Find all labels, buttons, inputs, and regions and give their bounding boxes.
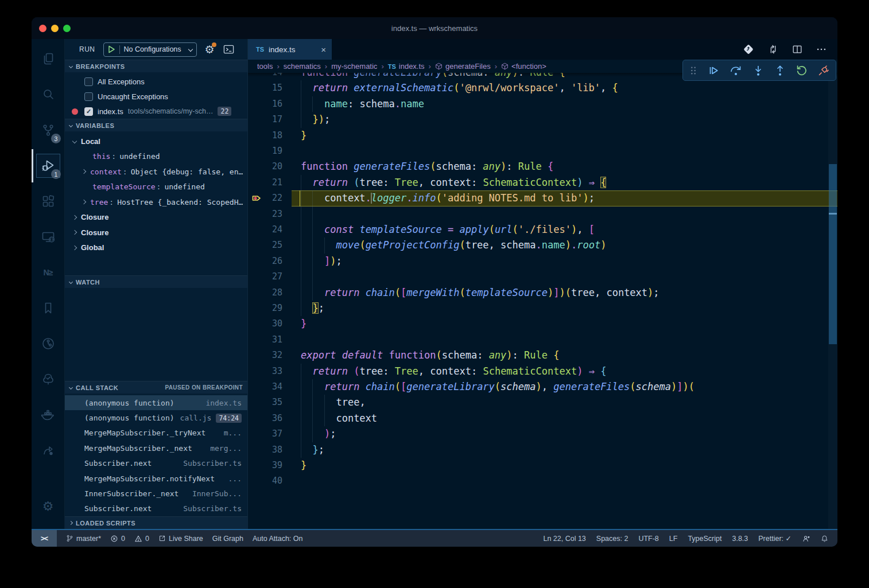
line-number[interactable]: 39	[248, 458, 282, 473]
breadcrumb-item--function-[interactable]: <function>	[501, 62, 546, 71]
breakpoints-section-header[interactable]: BREAKPOINTS	[65, 60, 247, 72]
code-line-29[interactable]: 29 };	[248, 301, 837, 316]
statusbar-ts-version[interactable]: 3.8.3	[732, 535, 748, 543]
remote-indicator[interactable]: ><	[32, 530, 57, 547]
statusbar-auto-attach[interactable]: Auto Attach: On	[253, 535, 303, 543]
variable-row[interactable]: tree:HostTree {_backend: ScopedH…	[65, 194, 247, 210]
statusbar-git-branch[interactable]: master*	[66, 535, 101, 543]
callstack-section-header[interactable]: CALL STACK PAUSED ON BREAKPOINT	[65, 381, 247, 394]
variable-row[interactable]: Local	[65, 134, 247, 149]
editor-scrollbar[interactable]	[828, 73, 837, 529]
statusbar-errors[interactable]: 0	[110, 535, 125, 543]
titlebar[interactable]: index.ts — wrkschematics	[32, 17, 837, 39]
statusbar-encoding[interactable]: UTF-8	[638, 535, 658, 543]
code-line-32[interactable]: 32export default function(schema: any): …	[248, 348, 837, 363]
callstack-frame[interactable]: MergeMapSubscriber.notifyNext...	[65, 471, 247, 486]
line-number[interactable]: 38	[248, 442, 282, 458]
disconnect-button[interactable]	[817, 64, 830, 77]
activity-item-gitlens[interactable]	[32, 326, 64, 361]
code-line-24[interactable]: 24 const templateSource = apply(url('./f…	[248, 222, 837, 237]
variable-row[interactable]: this:undefined	[65, 149, 247, 165]
code-line-19[interactable]: 19	[248, 143, 837, 159]
line-number[interactable]: 33	[248, 364, 282, 379]
callstack-frame[interactable]: Subscriber.nextSubscriber.ts	[65, 501, 247, 516]
statusbar-warnings[interactable]: 0	[134, 535, 149, 543]
checkbox[interactable]: ✓	[84, 107, 93, 116]
statusbar-feedback[interactable]	[802, 535, 810, 543]
statusbar-live-share[interactable]: Live Share	[158, 535, 203, 543]
line-number[interactable]: 34	[248, 379, 282, 395]
step-out-button[interactable]	[774, 64, 786, 77]
code-line-39[interactable]: 39}	[248, 458, 837, 473]
code-line-16[interactable]: 16 name: schema.name	[248, 96, 837, 112]
code-line-31[interactable]: 31	[248, 332, 837, 348]
line-number[interactable]: 17	[248, 112, 282, 127]
activity-item-testing[interactable]	[32, 361, 64, 397]
statusbar-git-graph[interactable]: Git Graph	[212, 535, 243, 543]
code-line-34[interactable]: 34 return chain([generateLibrary(schema)…	[248, 379, 837, 395]
close-tab-icon[interactable]: ×	[321, 45, 326, 54]
line-number[interactable]: 16	[248, 96, 282, 112]
zoom-button[interactable]	[63, 25, 71, 32]
compare-icon[interactable]	[767, 44, 779, 55]
line-number[interactable]: 23	[248, 207, 282, 222]
line-number[interactable]: 28	[248, 285, 282, 301]
statusbar-language-mode[interactable]: TypeScript	[688, 535, 721, 543]
line-number[interactable]: 15	[248, 80, 282, 96]
split-editor-icon[interactable]	[792, 44, 803, 55]
code-line-30[interactable]: 30}	[248, 316, 837, 332]
minimize-button[interactable]	[51, 25, 59, 32]
activity-item-remote-explorer[interactable]	[32, 219, 64, 255]
activity-item-docker[interactable]	[32, 397, 64, 433]
line-number[interactable]: 37	[248, 426, 282, 442]
step-into-button[interactable]	[752, 64, 765, 77]
callstack-frame[interactable]: MergeMapSubscriber._nextmerg...	[65, 441, 247, 455]
line-number[interactable]: 14	[248, 73, 282, 80]
code-editor[interactable]: 14function generateLibrary(schema: any):…	[248, 73, 837, 529]
activity-item-share[interactable]	[32, 433, 64, 468]
code-line-26[interactable]: 26 ]);	[248, 254, 837, 269]
code-line-25[interactable]: 25 move(getProjectConfig(tree, schema.na…	[248, 237, 837, 253]
activity-item-search[interactable]	[32, 77, 64, 112]
variable-row[interactable]: templateSource:undefined	[65, 180, 247, 195]
current-breakpoint-icon[interactable]	[251, 193, 262, 204]
restart-button[interactable]	[796, 64, 808, 77]
variable-row[interactable]: Global	[65, 240, 247, 256]
line-number[interactable]: 29	[248, 301, 282, 316]
statusbar-eol[interactable]: LF	[669, 535, 678, 543]
code-line-27[interactable]: 27	[248, 269, 837, 285]
code-line-40[interactable]: 40	[248, 473, 837, 489]
breadcrumb-item-generatefiles[interactable]: generateFiles	[435, 62, 491, 71]
activity-item-source-control[interactable]: 3	[32, 112, 64, 148]
statusbar-notifications[interactable]	[821, 535, 828, 543]
code-line-36[interactable]: 36 context	[248, 411, 837, 426]
breadcrumb-item-tools[interactable]: tools	[257, 62, 273, 71]
line-number[interactable]: 32	[248, 348, 282, 363]
code-line-37[interactable]: 37 );	[248, 426, 837, 442]
line-number[interactable]: 18	[248, 128, 282, 143]
variable-row[interactable]: Closure	[65, 210, 247, 225]
line-number[interactable]: 21	[248, 175, 282, 190]
launch-configuration-dropdown[interactable]: No Configurations	[103, 42, 197, 57]
line-number[interactable]: 31	[248, 332, 282, 348]
close-button[interactable]	[39, 25, 46, 32]
line-number[interactable]: 40	[248, 473, 282, 489]
callstack-frame[interactable]: Subscriber.nextSubscriber.ts	[65, 456, 247, 471]
code-line-33[interactable]: 33 return (tree: Tree, context: Schemati…	[248, 364, 837, 379]
open-debug-console-button[interactable]	[223, 44, 235, 55]
statusbar-indentation[interactable]: Spaces: 2	[596, 535, 629, 543]
breadcrumb-item-my-schematic[interactable]: my-schematic	[331, 62, 377, 71]
activity-item-bookmarks[interactable]	[32, 290, 64, 326]
statusbar-prettier[interactable]: Prettier: ✓	[758, 534, 792, 543]
line-number[interactable]: 26	[248, 254, 282, 269]
breadcrumb-item-index-ts[interactable]: TSindex.ts	[388, 62, 425, 71]
checkbox[interactable]	[84, 92, 93, 101]
scrollbar-slider[interactable]	[829, 164, 837, 344]
line-number[interactable]: 27	[248, 269, 282, 285]
code-line-18[interactable]: 18}	[248, 128, 837, 143]
code-line-20[interactable]: 20function generateFiles(schema: any): R…	[248, 159, 837, 174]
callstack-frame[interactable]: MergeMapSubscriber._tryNextm...	[65, 426, 247, 441]
callstack-frame[interactable]: (anonymous function)index.ts	[65, 395, 247, 410]
continue-button[interactable]	[707, 64, 720, 77]
checkbox[interactable]	[84, 77, 93, 86]
